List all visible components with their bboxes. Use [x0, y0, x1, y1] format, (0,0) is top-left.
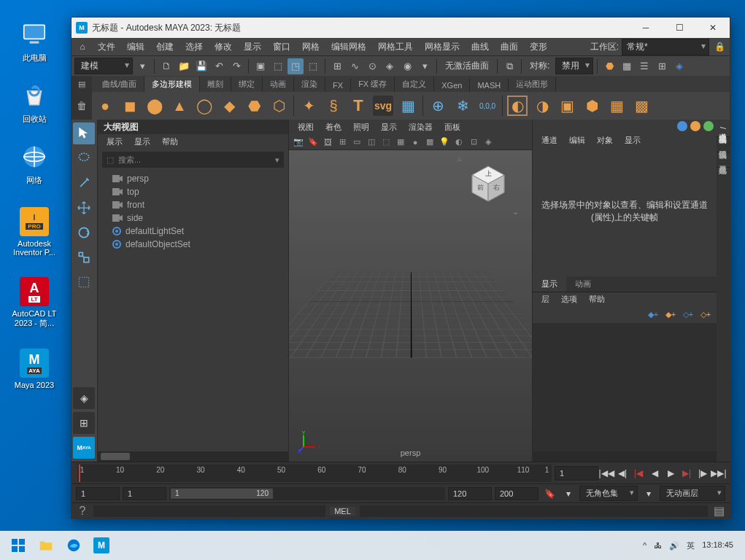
- menu-edit[interactable]: 编辑: [121, 39, 150, 55]
- outliner-item-lightset[interactable]: defaultLightSet: [98, 225, 288, 238]
- scale-tool[interactable]: [73, 246, 95, 268]
- layer-delete-icon[interactable]: ◇+: [699, 310, 712, 320]
- poly-reduce-icon[interactable]: ▩: [631, 96, 652, 116]
- menu-curves[interactable]: 曲线: [466, 39, 495, 55]
- layer-new-icon[interactable]: ◆+: [646, 310, 660, 320]
- shelf-tab-polygons[interactable]: 多边形建模: [144, 77, 200, 92]
- tab-modeling-toolkit[interactable]: 建模工具包: [717, 152, 730, 168]
- viewcube-home-icon[interactable]: ⌂: [458, 155, 462, 163]
- poly-pivot-icon[interactable]: ⊕: [428, 96, 448, 116]
- outliner-item-objectset[interactable]: defaultObjectSet: [98, 238, 288, 251]
- channel-toggle-icon-3[interactable]: [703, 121, 714, 131]
- save-scene-icon[interactable]: 💾: [193, 58, 209, 74]
- tab-attribute-editor[interactable]: 属性编辑器: [717, 137, 730, 152]
- layout-maya-icon[interactable]: MAYA: [73, 437, 95, 459]
- titlebar[interactable]: M 无标题 - Autodesk MAYA 2023: 无标题 ─ ☐ ✕: [72, 18, 730, 38]
- snap-grid-icon[interactable]: ⊞: [329, 58, 345, 74]
- vp-menu-show[interactable]: 显示: [375, 120, 403, 134]
- poly-helix-icon[interactable]: §: [323, 96, 344, 116]
- autokey-dropdown-icon[interactable]: ▾: [560, 486, 576, 501]
- help-icon[interactable]: ?: [76, 505, 89, 518]
- outliner-menu-help[interactable]: 帮助: [156, 135, 184, 149]
- menu-file[interactable]: 文件: [92, 39, 121, 55]
- poly-superellipse-icon[interactable]: ✦: [298, 96, 319, 116]
- menu-deform[interactable]: 变形: [524, 39, 553, 55]
- vp-menu-renderer[interactable]: 渲染器: [403, 120, 439, 134]
- outliner-search[interactable]: 搜索...: [102, 152, 284, 168]
- tray-volume-icon[interactable]: 🔊: [669, 541, 679, 551]
- layout-four-icon[interactable]: ⊞: [73, 412, 95, 434]
- poly-svg-icon[interactable]: svg: [373, 96, 393, 116]
- cb-menu-show[interactable]: 显示: [619, 133, 646, 147]
- menu-create[interactable]: 创建: [150, 39, 180, 55]
- select-tool[interactable]: [73, 122, 95, 144]
- poly-combine-icon[interactable]: ◐: [507, 96, 528, 116]
- undo-icon[interactable]: ↶: [211, 58, 227, 74]
- outliner-item-side[interactable]: side: [98, 211, 288, 225]
- animlayer-select[interactable]: 无动画层: [660, 486, 725, 501]
- shelf-tab-fx[interactable]: FX: [325, 79, 351, 92]
- open-scene-icon[interactable]: 📁: [176, 58, 192, 74]
- viewcube-expand-icon[interactable]: ⌄: [512, 207, 519, 217]
- construction-history-icon[interactable]: ⧉: [501, 58, 517, 74]
- last-tool[interactable]: [73, 271, 95, 293]
- render-settings-icon[interactable]: ⊞: [654, 58, 670, 74]
- poly-disc-icon[interactable]: ⬣: [244, 96, 264, 116]
- move-tool[interactable]: [73, 197, 95, 219]
- shelf-tab-fxcache[interactable]: FX 缓存: [351, 77, 395, 92]
- current-frame-field[interactable]: 1: [555, 466, 598, 481]
- poly-torus-icon[interactable]: ◯: [194, 96, 215, 116]
- vp-isolate-icon[interactable]: ⊡: [467, 136, 480, 149]
- menu-meshdisplay[interactable]: 网格显示: [419, 39, 466, 55]
- home-icon[interactable]: ⌂: [74, 39, 90, 55]
- outliner-menu-show[interactable]: 展示: [101, 135, 128, 149]
- vp-menu-view[interactable]: 视图: [292, 120, 320, 134]
- playback-next-frame-icon[interactable]: ▶|: [679, 466, 695, 481]
- shelf-tab-xgen[interactable]: XGen: [434, 79, 470, 92]
- ipr-render-icon[interactable]: ☰: [636, 58, 652, 74]
- poly-cone-icon[interactable]: ▲: [169, 96, 190, 116]
- playback-start-icon[interactable]: |◀◀: [598, 466, 614, 481]
- menu-mesh[interactable]: 网格: [296, 39, 325, 55]
- command-input[interactable]: [93, 505, 325, 517]
- vp-grid-icon[interactable]: ⊞: [336, 136, 349, 149]
- layer-tab-display[interactable]: 显示: [533, 276, 566, 292]
- vp-menu-panels[interactable]: 面板: [439, 120, 466, 134]
- vp-shadows-icon[interactable]: ◐: [452, 136, 466, 149]
- script-editor-icon[interactable]: ▤: [712, 505, 725, 518]
- poly-freeze-icon[interactable]: ❄: [452, 96, 473, 116]
- poly-type-icon[interactable]: T: [348, 96, 368, 116]
- vp-menu-lighting[interactable]: 照明: [347, 120, 375, 134]
- layer-scrollbar[interactable]: [533, 451, 717, 462]
- vp-bookmark-icon[interactable]: 🔖: [306, 136, 320, 149]
- shelf-menu-icon[interactable]: ▤: [72, 76, 92, 92]
- cb-menu-object[interactable]: 对象: [591, 133, 619, 147]
- poly-reset-icon[interactable]: 0,0,0: [477, 96, 498, 116]
- rotate-tool[interactable]: [73, 222, 95, 244]
- shelf-tab-rigging[interactable]: 绑定: [231, 77, 263, 92]
- desktop-icon-maya[interactable]: MAYA Maya 2023: [9, 349, 60, 389]
- paint-select-tool[interactable]: [73, 172, 95, 194]
- symmetry-select[interactable]: 禁用: [555, 58, 593, 74]
- charset-select[interactable]: 无角色集: [579, 486, 638, 501]
- menu-window[interactable]: 窗口: [267, 39, 296, 55]
- shelf-tab-rendering[interactable]: 渲染: [294, 77, 325, 92]
- playback-end-icon[interactable]: ▶▶|: [711, 466, 727, 481]
- snap-dropdown-icon[interactable]: ▾: [417, 58, 433, 74]
- taskbar-edge-icon[interactable]: [60, 532, 88, 559]
- select-component-icon[interactable]: ◳: [287, 58, 304, 74]
- lasso-tool[interactable]: [73, 147, 95, 169]
- cb-menu-channels[interactable]: 通道: [536, 133, 563, 147]
- poly-extract-icon[interactable]: ▣: [557, 96, 577, 116]
- mode-dropdown-icon[interactable]: ▾: [134, 58, 150, 74]
- menu-editmesh[interactable]: 编辑网格: [325, 39, 372, 55]
- redo-icon[interactable]: ↷: [228, 58, 244, 74]
- playback-prev-frame-icon[interactable]: |◀: [630, 466, 646, 481]
- tray-network-icon[interactable]: 🖧: [654, 541, 662, 550]
- time-slider-ruler[interactable]: 1 10 20 30 40 50 60 70 80 90 100 110 1: [77, 464, 552, 482]
- select-by-name-icon[interactable]: ⬚: [305, 58, 321, 74]
- shelf-trash-icon[interactable]: 🗑: [72, 92, 92, 120]
- start-button[interactable]: [4, 532, 32, 559]
- select-hierarchy-icon[interactable]: ⬚: [270, 58, 286, 74]
- layer-menu-help[interactable]: 帮助: [583, 292, 611, 306]
